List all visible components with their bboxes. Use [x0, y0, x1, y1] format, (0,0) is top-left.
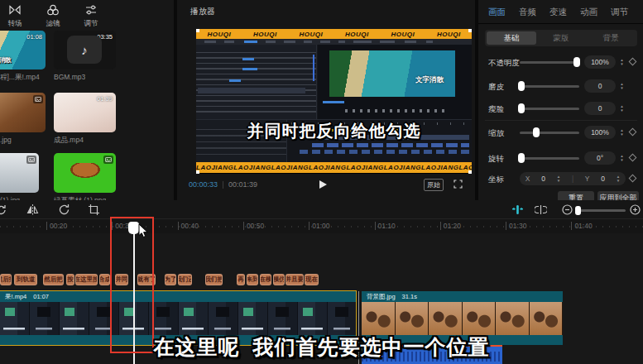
video-caption: 并同时把反向给他勾选 [196, 120, 472, 142]
scale-slider[interactable] [520, 132, 579, 134]
text-clip[interactable]: 来到 [247, 274, 258, 285]
preview-axis-icon[interactable] [535, 204, 547, 216]
thumbnail-overlay-text: 文字消散 [0, 56, 12, 65]
stepper[interactable]: ▲▼ [618, 151, 626, 165]
opacity-value[interactable]: 100% [584, 55, 616, 69]
transform-handle-bottom-left[interactable] [196, 170, 199, 174]
text-clip[interactable]: 到轨道 [14, 274, 37, 285]
tab-动画[interactable]: 动画 [580, 7, 597, 18]
subtab-背景[interactable]: 背景 [586, 31, 636, 45]
media-item-thumbnail[interactable]: 01:39 [54, 93, 116, 132]
text-clip[interactable]: 为了 [165, 274, 176, 285]
tab-音频[interactable]: 音频 [519, 7, 536, 18]
rotate-icon[interactable] [58, 204, 70, 216]
text-clip[interactable]: 现在 [305, 274, 319, 285]
scale-row: 缩放 100% ▲▼ [478, 126, 643, 139]
ruler-label: 00:20 [46, 222, 67, 230]
banner-text: LAOJIANG [346, 164, 383, 171]
tab-画面[interactable]: 画面 [488, 7, 506, 18]
crop-icon[interactable] [88, 204, 100, 216]
stepper[interactable]: ▲▼ [618, 55, 626, 69]
stepper[interactable]: ▲▼ [618, 102, 626, 115]
text-clip[interactable]: 模仿 [273, 274, 285, 285]
banner-text: HOUQI [253, 31, 277, 38]
tab-变速[interactable]: 变速 [549, 7, 567, 18]
smooth-skin-row: 磨皮 0 ▲▼ [478, 79, 643, 93]
tab-调节[interactable]: 调节 [611, 7, 628, 18]
undo-icon[interactable] [0, 204, 7, 216]
clip-header: 果!.mp4 01:07 [0, 291, 356, 302]
slider-handle[interactable] [518, 81, 525, 91]
mirror-icon[interactable] [26, 204, 39, 216]
smooth-skin-slider[interactable] [520, 85, 579, 88]
tool-label: 调节 [84, 19, 98, 29]
text-clip[interactable]: 并且要 [286, 274, 304, 285]
thumbnail-frame [396, 302, 429, 335]
text-clip[interactable]: 我们还 [178, 274, 192, 285]
media-item-thumbnail[interactable]: 01:08文字消散 [0, 31, 46, 69]
slim-face-slider[interactable] [520, 108, 579, 110]
slider-handle[interactable] [518, 103, 525, 113]
slider-handle[interactable] [573, 57, 580, 67]
thumbnail-frame [268, 302, 298, 335]
text-clip[interactable]: 在这里按 [75, 274, 98, 285]
text-clip[interactable]: 合成 [99, 274, 110, 285]
text-clip[interactable]: 然后把 [43, 274, 64, 285]
text-clip[interactable]: 在模 [260, 274, 271, 285]
media-item-thumbnail[interactable] [0, 93, 46, 132]
keyframe-diamond-icon[interactable] [629, 154, 637, 162]
media-item-thumbnail[interactable]: 03:35♪ [54, 31, 116, 69]
music-note-icon: ♪ [67, 36, 102, 64]
stepper[interactable]: ▲▼ [617, 175, 620, 183]
subtab-基础[interactable]: 基础 [487, 31, 536, 45]
zoom-in-icon[interactable] [629, 204, 641, 216]
zoom-out-icon[interactable] [561, 204, 573, 216]
transform-handle-bottom-right[interactable] [468, 170, 472, 174]
media-item-name: .jpg [0, 136, 12, 144]
preview-video[interactable]: HOUQIHOUQIHOUQIHOUQIHOUQIHOUQI 文字消散 [196, 29, 472, 174]
timeline-zoom-slider[interactable] [578, 209, 626, 212]
media-item-thumbnail[interactable] [0, 153, 39, 193]
slider-handle[interactable] [533, 127, 540, 137]
keyframe-diamond-icon[interactable] [629, 128, 637, 136]
x-value[interactable]: 0 [541, 175, 545, 183]
text-clip[interactable]: 然后拖 [0, 274, 12, 285]
subtab-蒙版[interactable]: 蒙版 [536, 31, 586, 45]
ruler-label: 01:10 [375, 222, 396, 230]
video-frame-screen-recording: 文字消散 [196, 39, 472, 162]
ratio-button[interactable]: 原始 [424, 179, 444, 191]
stepper[interactable]: ▲▼ [557, 175, 560, 183]
zoom-slider-handle[interactable] [575, 206, 581, 215]
keyframe-diamond-icon[interactable] [629, 58, 637, 66]
rotate-value[interactable]: 0° [584, 151, 616, 165]
smooth-skin-value[interactable]: 0 [584, 79, 616, 93]
keyframe-diamond-icon[interactable] [629, 175, 637, 183]
position-inputs[interactable]: X 0 ▲▼ | Y 0 ▲▼ [520, 172, 626, 185]
opacity-slider[interactable] [520, 61, 579, 64]
auto-snap-icon[interactable] [511, 204, 524, 216]
slim-face-value[interactable]: 0 [584, 102, 616, 115]
tool-调节[interactable]: 调节 [79, 3, 103, 29]
banner-text: LAOJIANG [421, 164, 458, 171]
tool-label: 转场 [8, 19, 22, 29]
thumbnail-frame [0, 302, 30, 335]
media-item-thumbnail[interactable] [54, 153, 116, 193]
text-clip[interactable]: 按 [66, 274, 74, 285]
video-frame-timecode [323, 101, 344, 103]
scale-value[interactable]: 100% [584, 126, 616, 139]
tool-滤镜[interactable]: 滤镜 [41, 3, 65, 29]
play-button[interactable] [319, 180, 327, 189]
tool-转场[interactable]: 转场 [3, 3, 26, 29]
stepper[interactable]: ▲▼ [618, 79, 626, 93]
timeline-ruler[interactable]: 00:2000:3000:4000:5001:0001:1001:2001:30… [0, 219, 643, 233]
fullscreen-icon[interactable] [453, 180, 463, 189]
slider-handle[interactable] [518, 153, 525, 163]
y-value[interactable]: 0 [601, 175, 605, 183]
text-clip[interactable]: 再 [237, 274, 245, 285]
rotate-slider[interactable] [520, 157, 579, 160]
transform-handle-top-right[interactable] [468, 29, 472, 32]
transform-handle-top-left[interactable] [196, 29, 199, 32]
text-clip[interactable]: 我们把 [205, 274, 223, 285]
stepper[interactable]: ▲▼ [618, 126, 626, 139]
time-display: 00:00:33 00:01:39 [189, 180, 257, 189]
